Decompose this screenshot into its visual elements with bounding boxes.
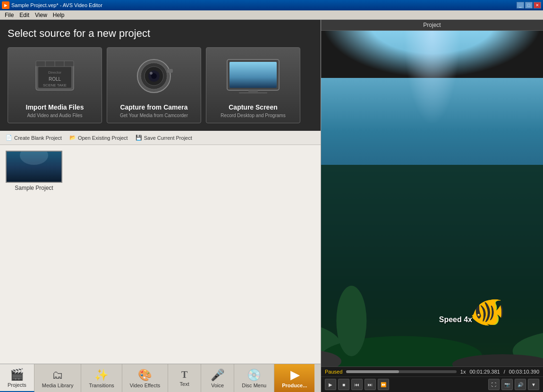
source-options: ROLL SCENE TAKE Director Import Media Fi… (8, 47, 313, 123)
menu-help[interactable]: Help (50, 11, 68, 19)
tab-effects-label: Video Effects (130, 383, 160, 388)
close-button[interactable]: ✕ (534, 2, 541, 9)
tab-produce-label: Produce... (282, 383, 307, 388)
tab-text-label: Text (180, 381, 189, 387)
open-existing-action[interactable]: 📂 Open Existing Project (69, 135, 128, 141)
svg-text:ROLL: ROLL (49, 77, 61, 82)
left-panel: Select source for a new project ROLL SCE… (0, 20, 321, 392)
text-icon: T (181, 369, 187, 380)
total-time: 00:03:10.390 (509, 369, 539, 375)
capture-screen-option[interactable]: Capture Screen Record Desktop and Progra… (206, 47, 300, 123)
tab-video-effects[interactable]: 🎨 Video Effects (122, 364, 168, 392)
document-icon: 📄 (6, 135, 12, 141)
maximize-button[interactable]: □ (525, 2, 533, 9)
menu-view[interactable]: View (32, 11, 50, 19)
screen-desc: Record Desktop and Programs (211, 113, 295, 118)
next-button[interactable]: ⏭ (365, 379, 376, 390)
window-controls[interactable]: _ □ ✕ (517, 2, 541, 9)
open-existing-label: Open Existing Project (78, 135, 128, 141)
import-desc: Add Video and Audio Files (13, 113, 97, 118)
camera-title: Capture from Camera (112, 103, 196, 111)
create-blank-label: Create Blank Project (14, 135, 62, 141)
voice-icon: 🎤 (211, 368, 225, 382)
project-thumbnail[interactable]: Sample Project (6, 151, 62, 191)
svg-rect-15 (167, 69, 173, 73)
fish-overlay: 🐠 (470, 295, 505, 329)
camera-icon (121, 52, 187, 100)
preview-controls: ▶ ■ ⏮ ⏭ ⏩ ⛶ 📷 🔊 ▼ (321, 376, 543, 392)
project-actions: 📄 Create Blank Project 📂 Open Existing P… (0, 131, 321, 145)
project-label: Sample Project (6, 185, 62, 191)
screen-title: Capture Screen (211, 103, 295, 111)
frame-forward-button[interactable]: ⏩ (378, 379, 389, 390)
tab-text[interactable]: T Text (168, 364, 201, 392)
disc-icon: 💿 (247, 368, 261, 382)
time-separator: / (504, 369, 505, 375)
prev-button[interactable]: ⏮ (351, 379, 363, 390)
save-icon: 💾 (136, 135, 142, 141)
preview-video: Speed 4x 🐠 (321, 31, 543, 366)
svg-point-14 (150, 72, 153, 75)
capture-camera-option[interactable]: Capture from Camera Get Your Media from … (107, 47, 201, 123)
expand-button[interactable]: ▼ (528, 379, 539, 390)
source-title: Select source for a new project (8, 27, 313, 40)
camera-desc: Get Your Media from Camcorder (112, 113, 196, 118)
tab-disc-label: Disc Menu (242, 383, 266, 388)
svg-rect-19 (239, 92, 267, 94)
media-library-icon: 🗂 (52, 368, 63, 382)
stop-button[interactable]: ■ (338, 379, 349, 390)
play-button[interactable]: ▶ (325, 379, 336, 390)
tab-transitions-label: Transitions (89, 383, 114, 388)
recent-area: Sample Project (0, 145, 321, 364)
app-icon: ▶ (2, 1, 9, 9)
right-panel: Project Speed 4x 🐠 Paused (321, 20, 543, 392)
paused-indicator: Paused (325, 369, 342, 375)
tab-media-library[interactable]: 🗂 Media Library (34, 364, 82, 392)
tab-projects-label: Projects (8, 382, 26, 388)
speed-overlay: Speed 4x (439, 315, 472, 324)
minimize-button[interactable]: _ (517, 2, 524, 9)
svg-rect-17 (229, 62, 277, 88)
screen-icon (220, 52, 286, 100)
main-layout: Select source for a new project ROLL SCE… (0, 20, 543, 392)
extra-controls: ⛶ 📷 🔊 ▼ (488, 379, 539, 390)
snapshot-button[interactable]: 📷 (501, 379, 513, 390)
speed-indicator: 1x (460, 369, 466, 375)
svg-text:Director: Director (48, 70, 61, 75)
create-blank-action[interactable]: 📄 Create Blank Project (6, 135, 62, 141)
window-title: Sample Project.vep* - AVS Video Editor (11, 2, 517, 8)
fullscreen-button[interactable]: ⛶ (488, 379, 500, 390)
progress-fill (346, 370, 399, 373)
tab-produce[interactable]: ▶ Produce... (274, 364, 314, 392)
transitions-icon: ✨ (94, 368, 109, 382)
import-icon: ROLL SCENE TAKE Director (22, 52, 88, 100)
svg-point-27 (336, 286, 366, 356)
source-area: Select source for a new project ROLL SCE… (0, 20, 321, 131)
save-current-label: Save Current Project (144, 135, 192, 141)
preview-title: Project (321, 20, 543, 31)
preview-status-bar: Paused 1x 00:01:29.381 / 00:03:10.390 (321, 366, 543, 376)
light-beam (404, 31, 460, 125)
project-thumb-image (6, 151, 62, 183)
menu-edit[interactable]: Edit (17, 11, 32, 19)
titlebar: ▶ Sample Project.vep* - AVS Video Editor… (0, 0, 543, 10)
preview-progress-bar[interactable] (346, 370, 457, 373)
menubar: File Edit View Help (0, 10, 543, 20)
projects-icon: 🎬 (10, 368, 24, 381)
tab-voice[interactable]: 🎤 Voice (201, 364, 234, 392)
menu-file[interactable]: File (2, 11, 17, 19)
volume-button[interactable]: 🔊 (515, 379, 526, 390)
current-time: 00:01:29.381 (469, 369, 500, 375)
tab-media-label: Media Library (42, 383, 74, 388)
tab-projects[interactable]: 🎬 Projects (0, 364, 34, 392)
tab-transitions[interactable]: ✨ Transitions (81, 364, 122, 392)
folder-icon: 📂 (69, 135, 76, 141)
produce-icon: ▶ (290, 368, 299, 382)
svg-text:SCENE  TAKE: SCENE TAKE (43, 83, 67, 87)
tab-disc-menu[interactable]: 💿 Disc Menu (234, 364, 274, 392)
save-current-action[interactable]: 💾 Save Current Project (136, 135, 192, 141)
import-media-option[interactable]: ROLL SCENE TAKE Director Import Media Fi… (8, 47, 102, 123)
tabs-bar: 🎬 Projects 🗂 Media Library ✨ Transitions… (0, 364, 321, 392)
import-title: Import Media Files (13, 103, 97, 111)
tab-voice-label: Voice (211, 383, 224, 388)
